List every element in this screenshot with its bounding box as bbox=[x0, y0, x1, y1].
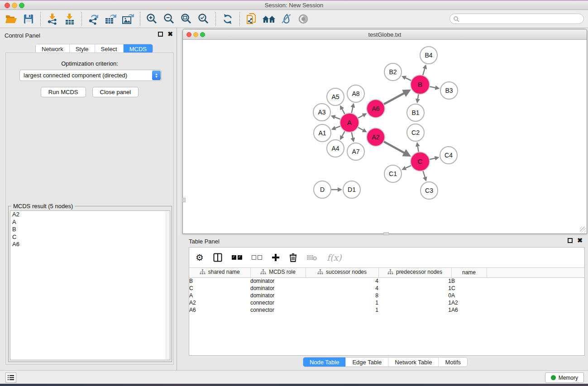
table-panel-title: Table Panel bbox=[189, 238, 220, 245]
resize-grip[interactable] bbox=[580, 227, 586, 233]
column-view-icon[interactable] bbox=[213, 253, 222, 262]
table-cell[interactable]: A2 bbox=[189, 299, 250, 306]
tab-mcds[interactable]: MCDS bbox=[123, 44, 153, 53]
table-cell[interactable]: dominator bbox=[250, 285, 306, 292]
run-mcds-button[interactable]: Run MCDS bbox=[41, 87, 86, 97]
tab-network-table[interactable]: Network Table bbox=[388, 357, 438, 367]
table-cell[interactable]: dominator bbox=[250, 277, 306, 285]
table-cell[interactable]: A6 bbox=[451, 306, 487, 314]
network-view-window: testGlobe.txt B4B2BB3A5A8A6B1A3AC2A1A2A4… bbox=[182, 29, 587, 234]
table-cell[interactable]: 1 bbox=[378, 299, 451, 306]
delete-icon[interactable] bbox=[289, 253, 297, 262]
table-cell[interactable]: connector bbox=[250, 306, 306, 314]
table-cell[interactable]: connector bbox=[250, 299, 306, 306]
table-cell[interactable]: 8 bbox=[306, 292, 378, 299]
import-table-icon[interactable] bbox=[61, 11, 78, 27]
table-cell[interactable]: C bbox=[451, 285, 487, 292]
table-row[interactable]: A6connector11A6 bbox=[189, 306, 584, 314]
zoom-in-icon[interactable] bbox=[143, 11, 161, 27]
export-network-icon[interactable] bbox=[85, 11, 102, 27]
table-cell[interactable]: 4 bbox=[306, 277, 378, 285]
result-item[interactable]: A2 bbox=[10, 211, 170, 219]
list-icon bbox=[8, 375, 14, 381]
result-scrollbar[interactable] bbox=[166, 211, 170, 360]
table-cell[interactable]: 1 bbox=[306, 299, 378, 306]
table-cell[interactable]: 0 bbox=[378, 292, 451, 299]
toolbar-separator bbox=[215, 12, 216, 26]
tab-edge-table[interactable]: Edge Table bbox=[345, 357, 388, 367]
zoom-selected-icon[interactable] bbox=[195, 11, 212, 27]
shared-column-icon bbox=[387, 269, 393, 275]
export-image-icon[interactable] bbox=[120, 11, 137, 27]
close-panel-button[interactable]: Close panel bbox=[92, 87, 139, 97]
import-network-icon[interactable] bbox=[44, 11, 61, 27]
tab-style[interactable]: Style bbox=[69, 44, 95, 53]
save-session-icon[interactable] bbox=[20, 11, 37, 27]
table-cell[interactable]: A6 bbox=[189, 306, 250, 314]
table-cell[interactable]: A bbox=[451, 292, 487, 299]
export-table-icon[interactable] bbox=[102, 11, 120, 27]
refresh-icon[interactable] bbox=[219, 11, 236, 27]
result-item[interactable]: A bbox=[10, 219, 170, 226]
home-layout-icon[interactable] bbox=[260, 11, 277, 27]
column-header[interactable]: predecessor nodes bbox=[378, 268, 451, 277]
memory-button[interactable]: Memory bbox=[545, 372, 584, 383]
close-panel-icon[interactable]: ✖ bbox=[167, 32, 173, 37]
show-graphics-icon[interactable] bbox=[295, 11, 312, 27]
table-cell[interactable]: 1 bbox=[378, 277, 451, 285]
column-header[interactable]: successor nodes bbox=[306, 268, 378, 277]
network-window-titlebar[interactable]: testGlobe.txt bbox=[183, 29, 587, 40]
clone-network-icon[interactable] bbox=[243, 11, 260, 27]
hide-style-icon[interactable] bbox=[277, 11, 295, 27]
table-cell[interactable]: B bbox=[451, 277, 487, 285]
destroy-column-icon[interactable] bbox=[306, 254, 317, 261]
table-row[interactable]: A2connector11A2 bbox=[189, 299, 584, 306]
mcds-result-list[interactable]: A2ABCA6 bbox=[10, 210, 170, 360]
float-panel-icon[interactable] bbox=[158, 32, 163, 37]
mcds-result-group: MCDS result (5 nodes) A2ABCA6 bbox=[8, 206, 172, 362]
table-row[interactable]: Adominator80A bbox=[189, 292, 584, 299]
search-input[interactable] bbox=[459, 15, 583, 23]
table-cell[interactable]: 1 bbox=[378, 306, 451, 314]
column-header[interactable]: name bbox=[451, 268, 487, 277]
criterion-value: largest connected component (directed) bbox=[20, 72, 152, 79]
add-column-icon[interactable] bbox=[272, 253, 280, 262]
tab-network[interactable]: Network bbox=[36, 44, 69, 53]
task-history-button[interactable] bbox=[5, 372, 16, 383]
zoom-fit-icon[interactable] bbox=[178, 11, 195, 27]
table-cell[interactable]: A2 bbox=[451, 299, 487, 306]
tab-motifs[interactable]: Motifs bbox=[438, 357, 467, 367]
table-cell[interactable]: 1 bbox=[306, 306, 378, 314]
table-cell[interactable]: dominator bbox=[250, 292, 306, 299]
deselect-all-icon[interactable] bbox=[252, 255, 262, 260]
open-file-icon[interactable] bbox=[3, 11, 20, 27]
node-table[interactable]: shared nameMCDS rolesuccessor nodesprede… bbox=[189, 268, 584, 314]
gear-icon[interactable]: ⚙ bbox=[196, 252, 204, 263]
table-cell[interactable]: 1 bbox=[378, 285, 451, 292]
table-cell[interactable]: B bbox=[189, 277, 250, 285]
zoom-out-icon[interactable] bbox=[161, 11, 178, 27]
result-item[interactable]: C bbox=[10, 234, 170, 241]
splitter-handle[interactable] bbox=[383, 232, 389, 235]
result-item[interactable]: A6 bbox=[10, 241, 170, 248]
column-header[interactable]: shared name bbox=[189, 268, 250, 277]
network-graph[interactable]: B4B2BB3A5A8A6B1A3AC2A1A2A4A7C4CC1C3DD1 bbox=[183, 40, 587, 234]
table-cell[interactable]: C bbox=[189, 285, 250, 292]
criterion-dropdown[interactable]: largest connected component (directed) ▲… bbox=[19, 70, 162, 81]
result-item[interactable]: B bbox=[10, 226, 170, 234]
node-table-container: ⚙ f(x) shared nameMCDS rolesuccessor nod… bbox=[189, 247, 585, 356]
splitter-handle[interactable] bbox=[182, 198, 186, 202]
table-cell[interactable]: A bbox=[189, 292, 250, 299]
table-row[interactable]: Cdominator41C bbox=[189, 285, 584, 292]
close-panel-icon[interactable]: ✖ bbox=[577, 238, 583, 243]
float-panel-icon[interactable] bbox=[568, 238, 573, 243]
table-cell[interactable]: 4 bbox=[306, 285, 378, 292]
function-builder-icon[interactable]: f(x) bbox=[327, 253, 342, 262]
shared-column-icon bbox=[260, 269, 266, 275]
tab-node-table[interactable]: Node Table bbox=[303, 357, 346, 367]
network-canvas[interactable]: B4B2BB3A5A8A6B1A3AC2A1A2A4A7C4CC1C3DD1 bbox=[183, 40, 586, 234]
tab-select[interactable]: Select bbox=[95, 44, 123, 53]
table-row[interactable]: Bdominator41B bbox=[189, 277, 584, 285]
column-header[interactable]: MCDS role bbox=[250, 268, 306, 277]
select-all-icon[interactable] bbox=[232, 255, 242, 260]
